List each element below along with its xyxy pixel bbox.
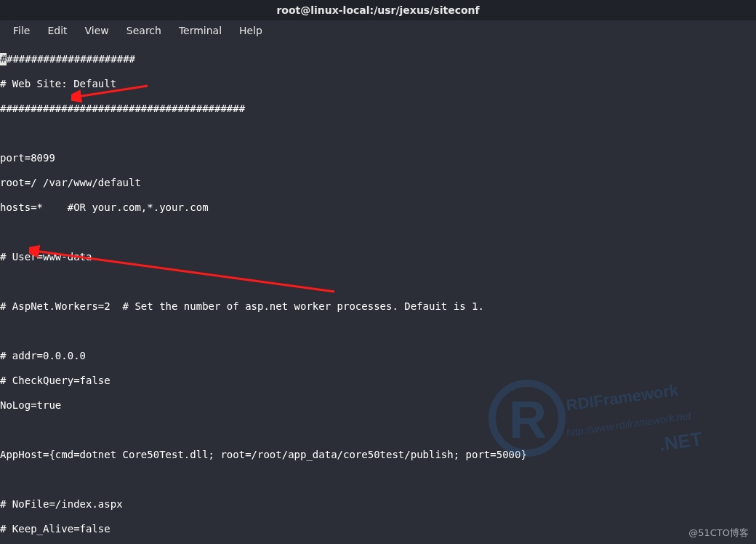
editor-line — [0, 325, 756, 337]
window-titlebar: root@linux-local:/usr/jexus/siteconf — [0, 0, 756, 20]
editor-line: hosts=* #OR your.com,*.your.com — [0, 201, 756, 214]
editor-line — [0, 424, 756, 436]
editor-line: ##################### — [7, 53, 135, 65]
editor-line — [0, 127, 756, 140]
editor-area[interactable]: ###################### # Web Site: Defau… — [0, 41, 756, 544]
menu-help[interactable]: Help — [230, 22, 271, 39]
editor-line: # addr=0.0.0.0 — [0, 350, 756, 362]
editor-line: AppHost={cmd=dotnet Core50Test.dll; root… — [0, 449, 756, 461]
editor-line: # NoFile=/index.aspx — [0, 498, 756, 511]
menu-bar: File Edit View Search Terminal Help — [0, 20, 756, 41]
editor-line: port=8099 — [0, 152, 756, 164]
editor-line — [0, 473, 756, 486]
editor-line — [0, 276, 756, 288]
menu-view[interactable]: View — [76, 22, 118, 39]
menu-file[interactable]: File — [4, 22, 39, 39]
menu-edit[interactable]: Edit — [39, 22, 76, 39]
text-cursor: # — [0, 53, 7, 65]
editor-line: # Keep_Alive=false — [0, 523, 756, 535]
editor-line: # User=www-data — [0, 251, 756, 263]
editor-line: # Web Site: Default — [0, 78, 756, 90]
editor-line: NoLog=true — [0, 399, 756, 412]
menu-search[interactable]: Search — [118, 22, 170, 39]
menu-terminal[interactable]: Terminal — [170, 22, 230, 39]
editor-line: # CheckQuery=false — [0, 375, 756, 387]
window-title: root@linux-local:/usr/jexus/siteconf — [276, 4, 479, 16]
editor-line: ######################################## — [0, 103, 756, 115]
editor-line — [0, 226, 756, 239]
editor-line: root=/ /var/www/default — [0, 177, 756, 189]
editor-line: # AspNet.Workers=2 # Set the number of a… — [0, 300, 756, 313]
